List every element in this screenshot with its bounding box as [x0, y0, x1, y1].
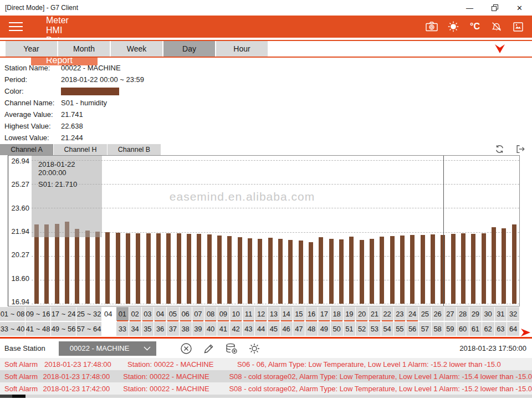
hour-button[interactable]: 41: [217, 322, 229, 336]
hour-button[interactable]: 19: [344, 307, 356, 321]
period-tab[interactable]: Year: [6, 41, 57, 57]
alarm-row[interactable]: Soft Alarm 2018-01-23 17:48:00 Station: …: [0, 358, 532, 370]
hour-button[interactable]: 07: [192, 307, 204, 321]
hour-button[interactable]: 53: [369, 322, 381, 336]
channel-tab[interactable]: Channel A: [0, 144, 53, 155]
hour-button[interactable]: 21: [369, 307, 381, 321]
hour-button[interactable]: 45: [268, 322, 280, 336]
cancel-circle-icon[interactable]: [180, 342, 193, 355]
alarm-row[interactable]: Soft Alarm 2018-01-23 17:42:00 Station: …: [0, 382, 532, 395]
hour-button[interactable]: 35: [142, 322, 154, 336]
refresh-icon[interactable]: [494, 144, 505, 154]
nav-item[interactable]: Meter: [31, 16, 98, 25]
period-tab[interactable]: Week: [111, 41, 162, 57]
hour-button[interactable]: 51: [344, 322, 356, 336]
minimize-button[interactable]: —: [457, 0, 482, 16]
hour-button[interactable]: 30: [482, 307, 494, 321]
hour-button[interactable]: 17: [318, 307, 330, 321]
hour-button[interactable]: 25: [419, 307, 431, 321]
channel-tab[interactable]: Channel H: [54, 144, 107, 155]
export-icon[interactable]: [515, 144, 525, 154]
range-button[interactable]: 57 ~ 64: [76, 322, 101, 336]
scrollbar-left-button[interactable]: [0, 395, 12, 398]
hour-button[interactable]: 37: [167, 322, 179, 336]
hour-button[interactable]: 29: [469, 307, 482, 321]
hour-button[interactable]: 31: [495, 307, 507, 321]
hour-button[interactable]: 56: [406, 322, 418, 336]
hour-button[interactable]: 38: [180, 322, 192, 336]
menu-icon[interactable]: [0, 16, 31, 38]
scrollbar-thumb[interactable]: [12, 395, 25, 398]
hour-button[interactable]: 58: [432, 322, 444, 336]
scroll-right-arrow-icon[interactable]: [520, 326, 532, 339]
horizontal-scrollbar[interactable]: [0, 395, 532, 398]
nav-item[interactable]: HMI: [31, 25, 98, 35]
hour-button[interactable]: 05: [167, 307, 179, 321]
hour-button[interactable]: 20: [356, 307, 368, 321]
channel-tab[interactable]: Channel B: [108, 144, 161, 155]
range-button[interactable]: 01 ~ 08: [0, 307, 25, 321]
period-tab[interactable]: Hour: [216, 41, 268, 57]
hour-button[interactable]: 23: [394, 307, 406, 321]
range-button[interactable]: 17 ~ 24: [51, 307, 76, 321]
hour-button[interactable]: 18: [331, 307, 343, 321]
hour-button[interactable]: 59: [444, 322, 457, 336]
hour-button[interactable]: 43: [243, 322, 255, 336]
hour-button[interactable]: 52: [356, 322, 368, 336]
base-station-dropdown[interactable]: 00022 - MACHINE: [59, 341, 156, 356]
hour-button[interactable]: 06: [180, 307, 192, 321]
scrollbar-track[interactable]: [25, 395, 532, 398]
expand-down-arrow-icon[interactable]: [493, 43, 507, 54]
hour-button[interactable]: 39: [192, 322, 204, 336]
close-button[interactable]: ✕: [507, 0, 532, 16]
hour-button[interactable]: 22: [381, 307, 393, 321]
hour-button[interactable]: 02: [129, 307, 141, 321]
range-button[interactable]: 41 ~ 48: [25, 322, 50, 336]
hour-button[interactable]: 27: [444, 307, 457, 321]
hour-button[interactable]: 01: [116, 307, 129, 321]
hour-button[interactable]: 50: [331, 322, 343, 336]
hour-button[interactable]: 48: [305, 322, 318, 336]
hour-button[interactable]: 28: [457, 307, 469, 321]
range-button[interactable]: 49 ~ 56: [51, 322, 76, 336]
hour-button[interactable]: 14: [280, 307, 293, 321]
period-tab[interactable]: Day: [163, 41, 215, 57]
hour-button[interactable]: 04: [154, 307, 166, 321]
hour-button[interactable]: 08: [204, 307, 217, 321]
alarm-mute-icon[interactable]: [488, 19, 505, 34]
database-delete-icon[interactable]: [225, 342, 238, 355]
range-button[interactable]: 33 ~ 40: [0, 322, 25, 336]
hour-button[interactable]: 10: [230, 307, 242, 321]
hour-button[interactable]: 26: [432, 307, 444, 321]
camera-icon[interactable]: [423, 19, 440, 34]
hour-button[interactable]: 57: [419, 322, 431, 336]
brightness-icon[interactable]: [445, 19, 462, 34]
hour-button[interactable]: 32: [507, 307, 519, 321]
hour-button[interactable]: 49: [318, 322, 330, 336]
restore-button[interactable]: [482, 0, 507, 16]
hour-button[interactable]: 12: [255, 307, 267, 321]
snapshot-bin-icon[interactable]: [510, 19, 526, 34]
range-button[interactable]: 09 ~ 16: [25, 307, 50, 321]
hour-button[interactable]: 61: [469, 322, 482, 336]
hour-button[interactable]: 16: [305, 307, 318, 321]
hour-button[interactable]: 54: [381, 322, 393, 336]
hour-button[interactable]: 15: [293, 307, 305, 321]
hour-button[interactable]: 33: [116, 322, 129, 336]
hour-button[interactable]: 64: [507, 322, 519, 336]
temperature-unit-label[interactable]: °C: [467, 19, 483, 34]
hour-button[interactable]: 11: [243, 307, 255, 321]
hour-button[interactable]: 63: [495, 322, 507, 336]
alarm-row[interactable]: Soft Alarm 2018-01-23 17:48:00 Station: …: [0, 370, 532, 382]
hour-button[interactable]: 60: [457, 322, 469, 336]
hour-button[interactable]: 09: [217, 307, 229, 321]
hour-button[interactable]: 47: [293, 322, 305, 336]
hour-button[interactable]: 24: [406, 307, 418, 321]
hour-button[interactable]: 46: [280, 322, 293, 336]
hour-button[interactable]: 03: [142, 307, 154, 321]
hour-button[interactable]: 55: [394, 322, 406, 336]
period-tab[interactable]: Month: [58, 41, 110, 57]
edit-pencil-icon[interactable]: [202, 342, 216, 355]
hour-button[interactable]: 34: [129, 322, 141, 336]
hour-button[interactable]: 36: [154, 322, 166, 336]
